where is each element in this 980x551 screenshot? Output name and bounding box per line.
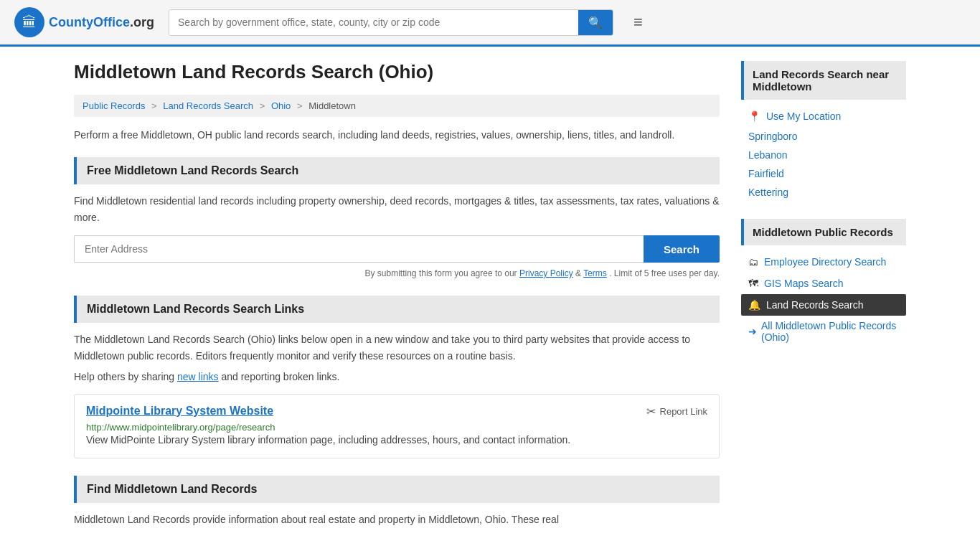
gis-maps-icon: 🗺 bbox=[748, 278, 758, 289]
location-icon: 📍 bbox=[748, 110, 760, 122]
links-section: Middletown Land Records Search Links The… bbox=[74, 296, 720, 458]
sidebar-all-records: ➜ All Middletown Public Records (Ohio) bbox=[741, 316, 906, 347]
breadcrumb-land-records[interactable]: Land Records Search bbox=[163, 100, 253, 111]
header-search-bar: 🔍 bbox=[169, 9, 613, 36]
find-section-header: Find Middletown Land Records bbox=[74, 476, 720, 503]
sidebar-nearby-title: Land Records Search near Middletown bbox=[741, 61, 906, 100]
free-search-section: Free Middletown Land Records Search Find… bbox=[74, 157, 720, 278]
intro-text: Perform a free Middletown, OH public lan… bbox=[74, 127, 720, 143]
find-section: Find Middletown Land Records Middletown … bbox=[74, 476, 720, 527]
all-records-link[interactable]: ➜ All Middletown Public Records (Ohio) bbox=[748, 320, 899, 343]
logo-office: Office bbox=[93, 15, 130, 29]
link-card-url[interactable]: http://www.midpointelibrary.org/page/res… bbox=[86, 422, 275, 433]
links-section-header: Middletown Land Records Search Links bbox=[74, 296, 720, 323]
employee-directory-link[interactable]: Employee Directory Search bbox=[764, 256, 886, 268]
address-input[interactable] bbox=[74, 235, 644, 263]
new-links-link[interactable]: new links bbox=[177, 371, 219, 382]
link-card-desc: View MidPointe Library System library in… bbox=[86, 433, 707, 448]
share-links-text: Help others by sharing new links and rep… bbox=[74, 371, 720, 382]
form-disclaimer: By submitting this form you agree to our… bbox=[74, 268, 720, 278]
share-suffix: and reporting broken links. bbox=[221, 371, 339, 382]
header-search-button[interactable]: 🔍 bbox=[578, 10, 613, 35]
page-title: Middletown Land Records Search (Ohio) bbox=[74, 61, 720, 83]
sidebar-item-gis-maps[interactable]: 🗺 GIS Maps Search bbox=[741, 273, 906, 294]
nearby-kettering[interactable]: Kettering bbox=[741, 183, 906, 202]
hamburger-menu-button[interactable]: ≡ bbox=[628, 10, 649, 34]
free-search-header: Free Middletown Land Records Search bbox=[74, 157, 720, 184]
sidebar-public-records-title: Middletown Public Records bbox=[741, 219, 906, 245]
sidebar-item-employee-directory[interactable]: 🗂 Employee Directory Search bbox=[741, 251, 906, 273]
terms-link[interactable]: Terms bbox=[583, 268, 607, 278]
disclaimer-limit: . Limit of 5 free uses per day. bbox=[609, 268, 720, 278]
nearby-springboro[interactable]: Springboro bbox=[741, 127, 906, 146]
breadcrumb-public-records[interactable]: Public Records bbox=[83, 100, 145, 111]
nearby-fairfield[interactable]: Fairfield bbox=[741, 164, 906, 183]
breadcrumb-sep-3: > bbox=[297, 100, 303, 111]
disclaimer-and: & bbox=[575, 268, 583, 278]
nearby-lebanon[interactable]: Lebanon bbox=[741, 146, 906, 164]
disclaimer-text: By submitting this form you agree to our bbox=[365, 268, 517, 278]
logo-org: .org bbox=[130, 15, 154, 29]
breadcrumb-sep-1: > bbox=[151, 100, 157, 111]
sidebar-nearby-section: Land Records Search near Middletown 📍 Us… bbox=[741, 61, 906, 202]
free-search-desc: Find Middletown residential land records… bbox=[74, 193, 720, 225]
find-desc: Middletown Land Records provide informat… bbox=[74, 512, 720, 527]
breadcrumb-ohio[interactable]: Ohio bbox=[271, 100, 291, 111]
header: 🏛 CountyOffice.org 🔍 ≡ bbox=[0, 0, 980, 47]
share-text: Help others by sharing bbox=[74, 371, 174, 382]
logo-text: CountyOffice.org bbox=[49, 15, 154, 30]
search-button[interactable]: Search bbox=[644, 235, 720, 263]
gis-maps-link[interactable]: GIS Maps Search bbox=[764, 278, 844, 289]
content-area: Middletown Land Records Search (Ohio) Pu… bbox=[74, 61, 720, 527]
arrow-icon: ➜ bbox=[748, 326, 757, 337]
main-layout: Middletown Land Records Search (Ohio) Pu… bbox=[60, 47, 920, 551]
use-my-location-button[interactable]: 📍 Use My Location bbox=[741, 105, 906, 127]
sidebar: Land Records Search near Middletown 📍 Us… bbox=[741, 61, 906, 527]
link-card-header: Midpointe Library System Website ✂ Repor… bbox=[86, 405, 707, 418]
logo[interactable]: 🏛 CountyOffice.org bbox=[14, 7, 154, 37]
link-card: Midpointe Library System Website ✂ Repor… bbox=[74, 394, 720, 458]
header-search-input[interactable] bbox=[169, 10, 578, 35]
logo-icon: 🏛 bbox=[14, 7, 44, 37]
logo-county: County bbox=[49, 15, 93, 29]
links-desc: The Middletown Land Records Search (Ohio… bbox=[74, 331, 720, 364]
breadcrumb-middletown: Middletown bbox=[308, 100, 356, 111]
breadcrumb-sep-2: > bbox=[260, 100, 265, 111]
link-card-title[interactable]: Midpointe Library System Website bbox=[86, 405, 273, 418]
employee-directory-icon: 🗂 bbox=[748, 256, 758, 268]
land-records-link[interactable]: Land Records Search bbox=[766, 299, 863, 311]
sidebar-public-records-section: Middletown Public Records 🗂 Employee Dir… bbox=[741, 219, 906, 347]
sidebar-nearby-links: Springboro Lebanon Fairfield Kettering bbox=[741, 127, 906, 202]
privacy-policy-link[interactable]: Privacy Policy bbox=[519, 268, 573, 278]
use-my-location-label: Use My Location bbox=[766, 110, 841, 122]
land-records-icon: 🔔 bbox=[748, 299, 760, 311]
report-icon: ✂ bbox=[646, 405, 656, 418]
report-link-label: Report Link bbox=[660, 406, 707, 417]
sidebar-item-land-records[interactable]: 🔔 Land Records Search bbox=[741, 294, 906, 316]
all-records-label: All Middletown Public Records (Ohio) bbox=[761, 320, 899, 343]
breadcrumb: Public Records > Land Records Search > O… bbox=[74, 95, 720, 117]
report-link-button[interactable]: ✂ Report Link bbox=[646, 405, 707, 418]
address-search-row: Search bbox=[74, 235, 720, 263]
